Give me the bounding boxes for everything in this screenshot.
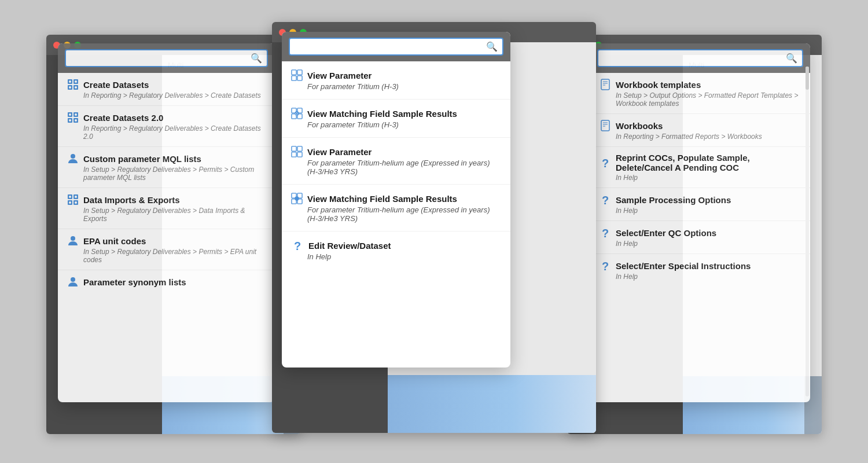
result-title-view-param-2: View Parameter — [291, 146, 501, 157]
result-center-subtitle-5: In Help — [307, 252, 501, 261]
result-title-text-2: Create Datasets 2.0 — [83, 113, 163, 123]
result-title-text-1: Create Datasets — [83, 80, 149, 90]
svg-rect-39 — [292, 152, 296, 157]
search-icon-center: 🔍 — [486, 41, 498, 52]
result-item-epa-unit[interactable]: EPA unit codes In Setup > Regulatory Del… — [58, 229, 275, 270]
result-item-create-datasets-2[interactable]: Create Datasets 2.0 In Reporting > Regul… — [58, 106, 275, 147]
result-title-data-imports: Data Imports & Exports — [67, 194, 266, 205]
result-center-title-2: View Matching Field Sample Results — [307, 109, 457, 119]
results-list-center: View Parameter For parameter Tritium (H-… — [282, 61, 510, 269]
result-title-reprint-cocs: ? Reprint COCs, Populate Sample, Delete/… — [599, 153, 801, 172]
result-right-path-1: In Setup > Output Options > Formatted Re… — [616, 91, 801, 108]
svg-rect-37 — [292, 146, 296, 151]
result-right-title-5: Select/Enter QC Options — [616, 228, 716, 238]
search-input-right[interactable]: print a COC — [603, 54, 784, 63]
svg-point-26 — [71, 277, 75, 282]
result-right-title-2: Workbooks — [616, 121, 663, 131]
svg-point-6 — [69, 86, 71, 89]
scrollbar-thumb-right[interactable] — [806, 67, 809, 90]
svg-rect-50 — [601, 120, 609, 131]
result-path-5: In Setup > Regulatory Deliverables > Per… — [83, 248, 266, 264]
result-item-workbook-templates[interactable]: Workbook templates In Setup > Output Opt… — [590, 73, 810, 114]
question-icon-r4: ? — [599, 260, 611, 271]
question-icon-c: ? — [291, 240, 304, 251]
svg-point-45 — [295, 196, 299, 200]
search-header-left: regulatory exports 🔍 — [58, 43, 275, 73]
search-input-wrap-center[interactable]: tritium 🔍 — [289, 38, 503, 56]
dataset-icon-2 — [67, 112, 79, 123]
result-center-subtitle-1: For parameter Tritium (H-3) — [307, 82, 501, 91]
result-center-subtitle-3: For parameter Tritium-helium age (Expres… — [307, 159, 501, 176]
svg-point-22 — [75, 196, 77, 198]
svg-rect-46 — [601, 79, 609, 90]
result-item-view-param-2[interactable]: View Parameter For parameter Tritium-hel… — [282, 138, 510, 185]
result-right-path-6: In Help — [616, 273, 801, 281]
result-title-text-6: Parameter synonym lists — [83, 277, 186, 287]
result-item-custom-mql[interactable]: Custom parameter MQL lists In Setup > Re… — [58, 147, 275, 188]
result-item-data-imports[interactable]: Data Imports & Exports In Setup > Regula… — [58, 188, 275, 229]
book-icon-2 — [599, 120, 611, 131]
result-right-path-3: In Help — [616, 174, 801, 182]
search-input-center[interactable]: tritium — [295, 42, 484, 52]
result-right-path-4: In Help — [616, 207, 801, 215]
result-title-text-3: Custom parameter MQL lists — [83, 154, 201, 164]
search-panel-center: tritium 🔍 View Parameter For parameter T… — [282, 32, 510, 368]
svg-point-25 — [71, 236, 75, 241]
result-center-title-5: Edit Review/Dataset — [308, 241, 391, 251]
search-icon-left: 🔍 — [251, 53, 262, 64]
result-item-workbooks[interactable]: Workbooks In Reporting > Formatted Repor… — [590, 114, 810, 147]
result-item-view-matching-2[interactable]: View Matching Field Sample Results For p… — [282, 185, 510, 232]
result-item-sample-processing[interactable]: ? Sample Processing Options In Help — [590, 188, 810, 221]
svg-point-12 — [69, 113, 71, 116]
result-center-title-1: View Parameter — [307, 71, 372, 80]
result-right-path-5: In Help — [616, 240, 801, 248]
result-item-create-datasets[interactable]: Create Datasets In Reporting > Regulator… — [58, 73, 275, 106]
person-icon-3 — [67, 276, 79, 288]
search-input-left[interactable]: regulatory exports — [71, 54, 248, 63]
question-icon-r1: ? — [599, 157, 611, 168]
svg-rect-29 — [292, 76, 296, 80]
result-right-title-1: Workbook templates — [616, 80, 701, 90]
result-title-create-datasets: Create Datasets — [67, 79, 266, 90]
svg-rect-38 — [297, 146, 302, 151]
svg-point-21 — [69, 196, 71, 198]
result-right-title-4: Sample Processing Options — [616, 195, 731, 205]
svg-point-14 — [69, 119, 71, 122]
result-title-text-5: EPA unit codes — [83, 236, 146, 246]
result-item-select-special[interactable]: ? Select/Enter Special Instructions In H… — [590, 254, 810, 286]
dataset-icon-1 — [67, 79, 79, 90]
question-icon-r3: ? — [599, 227, 611, 238]
person-icon-2 — [67, 235, 79, 247]
question-icon-r2: ? — [599, 194, 611, 205]
result-item-reprint-cocs[interactable]: ? Reprint COCs, Populate Sample, Delete/… — [590, 147, 810, 188]
result-title-text-4: Data Imports & Exports — [83, 195, 180, 205]
result-item-param-synonym[interactable]: Parameter synonym lists — [58, 270, 275, 295]
svg-point-5 — [75, 80, 77, 83]
grid-icon-1 — [291, 69, 303, 81]
result-title-sample-processing: ? Sample Processing Options — [599, 194, 801, 205]
search-header-center: tritium 🔍 — [282, 32, 510, 61]
result-title-workbooks: Workbooks — [599, 120, 801, 131]
search-input-wrap-left[interactable]: regulatory exports 🔍 — [65, 49, 268, 67]
grid-icon-2 — [291, 146, 303, 157]
result-item-edit-review[interactable]: ? Edit Review/Dataset In Help — [282, 232, 510, 269]
clock-grid-icon-1: ⏱ — [291, 108, 303, 119]
svg-point-24 — [75, 201, 77, 204]
result-title-select-qc: ? Select/Enter QC Options — [599, 227, 801, 238]
person-icon-1 — [67, 153, 79, 164]
results-list-left: Create Datasets In Reporting > Regulator… — [58, 73, 275, 295]
result-title-param-syn: Parameter synonym lists — [67, 276, 266, 288]
book-icon-1 — [599, 79, 611, 90]
svg-rect-27 — [292, 70, 296, 75]
results-list-right: Workbook templates In Setup > Output Opt… — [590, 73, 810, 286]
search-input-wrap-right[interactable]: print a COC 🔍 — [597, 49, 803, 67]
result-item-view-param-1[interactable]: View Parameter For parameter Tritium (H-… — [282, 61, 510, 100]
search-icon-right: 🔍 — [786, 53, 797, 64]
scrollbar-track-right[interactable] — [806, 67, 809, 396]
result-item-select-qc[interactable]: ? Select/Enter QC Options In Help — [590, 221, 810, 254]
result-path-3: In Setup > Regulatory Deliverables > Per… — [83, 166, 266, 182]
result-center-title-3: View Parameter — [307, 147, 372, 157]
result-item-view-matching-1[interactable]: ⏱ View Matching Field Sample Results For… — [282, 100, 510, 138]
search-panel-right: print a COC 🔍 Workbook templates In Setu… — [590, 43, 810, 402]
svg-point-16 — [71, 154, 75, 159]
